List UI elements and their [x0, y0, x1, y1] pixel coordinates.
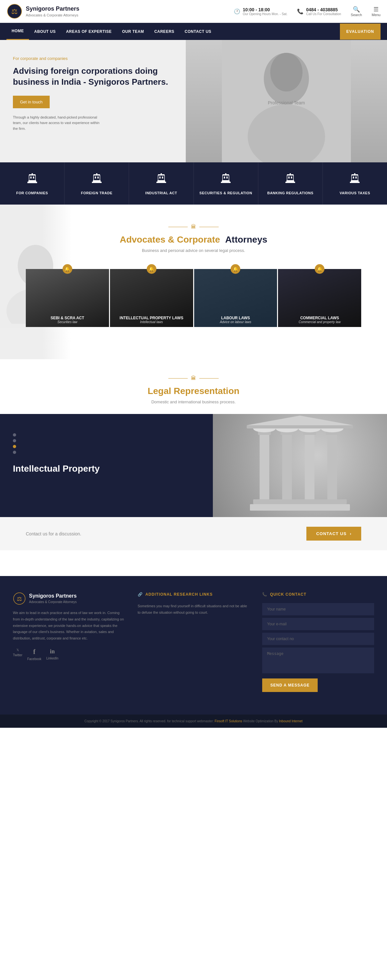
- footer-about-text: We aim to lead in each practice and area…: [13, 610, 125, 642]
- get-in-touch-button[interactable]: Get in touch: [13, 96, 50, 108]
- nav-expertise[interactable]: AREAS OF EXPERTISE: [61, 24, 117, 40]
- service-industrial-act[interactable]: INDUSTRIAL ACT: [129, 162, 194, 205]
- service-label-4: SECURITIES & REGULATION: [199, 191, 252, 195]
- svg-rect-53: [253, 500, 347, 504]
- top-bar: ⚖ Synigoros Partners Advocates & Corpora…: [0, 0, 387, 23]
- building-icon-1: [26, 172, 39, 188]
- svg-text:⚖: ⚖: [11, 7, 18, 16]
- contact-strip-text: Contact us for a discussion.: [26, 531, 81, 536]
- email-input[interactable]: [262, 618, 374, 630]
- inbound-link[interactable]: Inbound Internet: [279, 719, 302, 723]
- nav-careers[interactable]: CAREERS: [149, 24, 179, 40]
- search-label: Search: [351, 13, 362, 17]
- nav-contact[interactable]: CONTACT US: [180, 24, 217, 40]
- contact-us-button[interactable]: CONTACT US ›: [306, 527, 361, 541]
- clock-icon: 🕐: [234, 8, 240, 14]
- footer-bottom: Copyright © 2017 Synigoros Partners. All…: [0, 714, 387, 728]
- svg-rect-29: [221, 182, 230, 183]
- svg-rect-36: [285, 182, 295, 183]
- practice-card-3[interactable]: 🔔 LABOUR LAWS Advice on labour laws: [194, 269, 277, 327]
- nav-team[interactable]: OUR TEAM: [117, 24, 149, 40]
- svg-rect-40: [291, 177, 292, 178]
- hours-label: Our Opening Hours Mon. - Sat.: [243, 12, 287, 16]
- webmaster-text: webmaster:: [197, 719, 214, 723]
- hours-value: 10:00 - 18:00: [243, 7, 287, 12]
- practice-title-2: INTELLECTUAL PROPERTY LAWS: [113, 316, 190, 320]
- white-spacer: [0, 550, 387, 576]
- bell-icon-4: 🔔: [315, 264, 325, 274]
- finsoft-link[interactable]: Finsoft IT Solutions: [215, 719, 242, 723]
- message-input[interactable]: [262, 648, 374, 673]
- service-banking[interactable]: BANKING REGULATIONS: [258, 162, 323, 205]
- service-for-companies[interactable]: FOR COMPANIES: [0, 162, 64, 205]
- phone-value: 0484 - 4038885: [306, 7, 341, 12]
- svg-rect-47: [355, 177, 357, 178]
- svg-rect-49: [354, 173, 355, 174]
- phone-input[interactable]: [262, 633, 374, 645]
- contact-strip: Contact us for a discussion. CONTACT US …: [0, 517, 387, 550]
- dot-2[interactable]: [13, 439, 16, 442]
- practice-cards-container: 🔔 SEBI & SCRA ACT Securities law 🔔 INTEL…: [26, 262, 361, 327]
- dot-1[interactable]: [13, 433, 16, 436]
- svg-rect-38: [287, 175, 293, 180]
- service-taxes[interactable]: VARIOUS TAXES: [323, 162, 387, 205]
- building-icon-3: [155, 172, 168, 188]
- services-bar: FOR COMPANIES FOREIGN TRADE: [0, 162, 387, 205]
- send-message-button[interactable]: SEND A MESSAGE: [262, 678, 318, 692]
- linkedin-icon[interactable]: in LinkedIn: [46, 648, 58, 661]
- svg-rect-46: [353, 177, 354, 178]
- slider-section: Intellectual Property: [0, 414, 387, 517]
- seo-text: Website Optimization By: [243, 719, 278, 723]
- facebook-icon[interactable]: f Facebook: [27, 648, 41, 661]
- service-label-1: FOR COMPANIES: [16, 191, 48, 195]
- svg-rect-27: [158, 174, 165, 175]
- svg-rect-43: [350, 182, 360, 183]
- copyright-text: Copyright © 2017 Synigoros Partners. All…: [85, 719, 196, 723]
- nav-home[interactable]: HOME: [6, 23, 29, 40]
- phone-icon: 📞: [297, 8, 304, 14]
- nav-about[interactable]: ABOUT US: [29, 24, 61, 40]
- service-label-5: BANKING REGULATIONS: [267, 191, 313, 195]
- advocates-section: 🏛 Advocates & Corporate Attorneys Busine…: [0, 205, 387, 359]
- contact-icon: 📞: [262, 592, 267, 597]
- svg-rect-33: [226, 177, 228, 178]
- menu-button[interactable]: ☰ Menu: [371, 6, 381, 17]
- footer: ⚖ Synigoros Partners Advocates & Corpora…: [0, 576, 387, 714]
- svg-marker-67: [247, 415, 353, 425]
- footer-col-about: ⚖ Synigoros Partners Advocates & Corpora…: [13, 592, 125, 692]
- svg-rect-54: [260, 433, 269, 500]
- dot-4[interactable]: [13, 451, 16, 454]
- name-input[interactable]: [262, 603, 374, 615]
- practice-sub-1: Securities law: [29, 320, 106, 324]
- evaluation-button[interactable]: EVALUATION: [340, 24, 381, 40]
- svg-rect-52: [250, 504, 350, 511]
- practice-card-2[interactable]: 🔔 INTELLECTUAL PROPERTY LAWS Intellectua…: [110, 269, 193, 327]
- svg-rect-28: [161, 173, 162, 174]
- main-nav: HOME ABOUT US AREAS OF EXPERTISE OUR TEA…: [0, 23, 387, 40]
- hero-content: For corporate and companies Advising for…: [0, 40, 186, 162]
- slider-left: Intellectual Property: [0, 414, 213, 517]
- svg-rect-22: [157, 182, 166, 183]
- footer-col-contact: 📞 QUICK CONTACT SEND A MESSAGE: [262, 592, 374, 692]
- practice-card-4[interactable]: 🔔 COMMERCIAL LAWS Commercial and propert…: [278, 269, 361, 327]
- svg-rect-13: [32, 173, 33, 174]
- slider-title: Intellectual Property: [13, 464, 200, 474]
- service-foreign-trade[interactable]: FOREIGN TRADE: [64, 162, 129, 205]
- svg-rect-48: [352, 174, 358, 175]
- service-securities[interactable]: SECURITIES & REGULATION: [194, 162, 258, 205]
- practice-card-1[interactable]: 🔔 SEBI & SCRA ACT Securities law: [26, 269, 109, 327]
- twitter-icon[interactable]: 𝕏 Twitter: [13, 648, 22, 661]
- search-button[interactable]: 🔍 Search: [351, 6, 362, 17]
- dot-3[interactable]: [13, 445, 16, 448]
- link-icon: 🔗: [138, 592, 143, 597]
- svg-point-5: [270, 53, 302, 91]
- footer-logo-text: Synigoros Partners Advocates & Corporate…: [29, 593, 77, 604]
- svg-rect-66: [247, 425, 353, 428]
- phone-label: Call Us For Consultation: [306, 12, 341, 16]
- building-icon-6: [348, 172, 361, 188]
- svg-rect-60: [305, 433, 315, 500]
- svg-rect-57: [282, 433, 292, 500]
- slider-dots: [13, 433, 200, 454]
- svg-rect-35: [225, 173, 226, 174]
- research-text: Sometimes you may find yourself in diffi…: [138, 603, 249, 616]
